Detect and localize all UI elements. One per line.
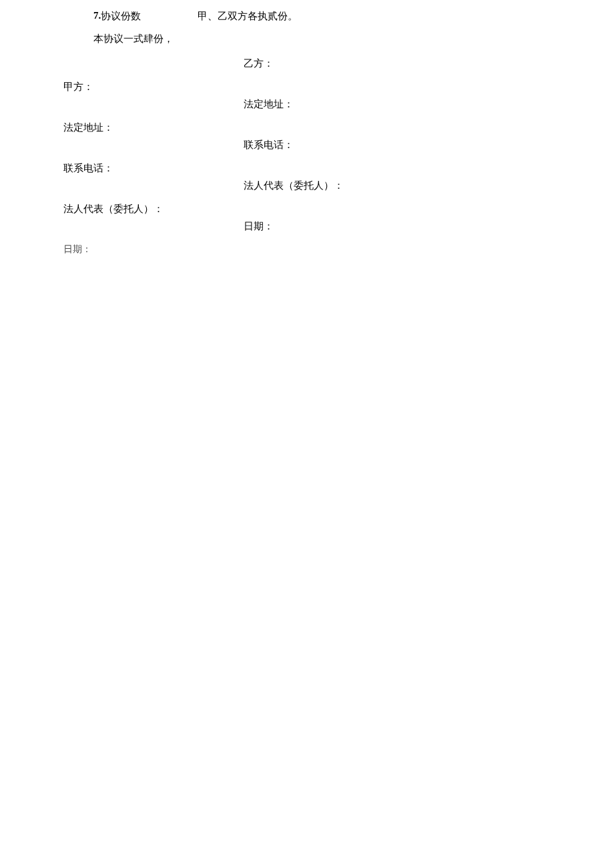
section-note: 甲、乙双方各执贰份。: [198, 10, 298, 23]
party-b-address: 法定地址：: [244, 98, 344, 111]
party-b-date: 日期：: [244, 220, 344, 233]
section-header-line: 7. 协议份数 甲、乙双方各执贰份。: [63, 10, 551, 23]
section-number: 7.: [93, 10, 101, 23]
party-a-address: 法定地址：: [63, 121, 164, 134]
agreement-statement: 本协议一式肆份，: [63, 33, 551, 45]
party-b-name: 乙方：: [244, 57, 344, 70]
party-a-representative: 法人代表（委托人）：: [63, 203, 164, 215]
party-b-representative: 法人代表（委托人）：: [244, 179, 344, 192]
party-b-block: 乙方： 法定地址： 联系电话： 法人代表（委托人）： 日期：: [244, 57, 344, 261]
party-a-date: 日期：: [63, 244, 164, 256]
party-a-block: 甲方： 法定地址： 联系电话： 法人代表（委托人）： 日期：: [63, 81, 164, 284]
party-a-name: 甲方：: [63, 81, 164, 93]
section-title: 协议份数: [101, 10, 141, 23]
party-b-phone: 联系电话：: [244, 139, 344, 151]
party-a-phone: 联系电话：: [63, 162, 164, 175]
